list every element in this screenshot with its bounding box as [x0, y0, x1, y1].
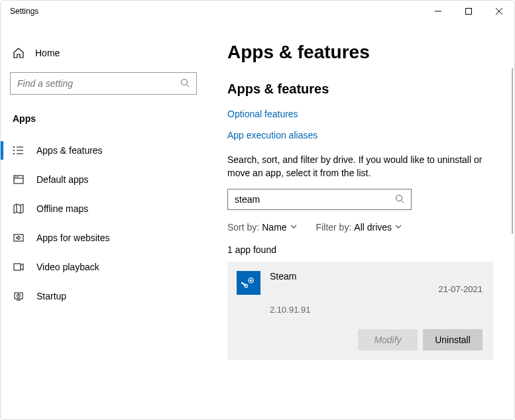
startup-icon: [13, 290, 25, 302]
filter-value: All drives: [354, 222, 392, 233]
section-label: Apps: [1, 107, 206, 131]
list-icon: [13, 144, 25, 156]
svg-rect-19: [14, 264, 21, 270]
chevron-down-icon: [394, 222, 402, 233]
home-label: Home: [35, 48, 60, 58]
svg-point-15: [17, 176, 19, 178]
result-count: 1 app found: [227, 244, 493, 255]
modify-button: Modify: [358, 329, 418, 350]
nav-label: Video playback: [36, 262, 99, 272]
nav-label: Offline maps: [36, 203, 88, 214]
close-button[interactable]: [484, 1, 514, 22]
svg-point-24: [396, 195, 402, 201]
nav-video-playback[interactable]: Video playback: [1, 252, 206, 282]
map-icon: [13, 203, 25, 215]
svg-rect-12: [14, 176, 23, 184]
maximize-button[interactable]: [453, 1, 484, 22]
nav-label: Apps & features: [36, 145, 103, 156]
chevron-down-icon: [290, 222, 298, 233]
svg-line-5: [187, 84, 190, 87]
section-title: Apps & features: [227, 81, 493, 97]
nav-label: Apps for websites: [36, 233, 110, 243]
instruction-text: Search, sort, and filter by drive. If yo…: [227, 154, 486, 180]
app-name: Steam: [270, 271, 296, 282]
filter-by[interactable]: Filter by: All drives: [316, 222, 402, 233]
svg-point-14: [15, 176, 17, 178]
share-icon: [13, 232, 25, 244]
svg-rect-1: [466, 9, 472, 15]
nav-apps-features[interactable]: Apps & features: [1, 136, 206, 165]
optional-features-link[interactable]: Optional features: [227, 109, 493, 119]
nav-label: Startup: [36, 291, 66, 301]
video-icon: [13, 261, 25, 273]
svg-point-28: [250, 280, 252, 282]
search-icon: [180, 78, 190, 89]
app-date: 21-07-2021: [439, 284, 483, 294]
scrollbar[interactable]: [512, 68, 513, 234]
app-execution-aliases-link[interactable]: App execution aliases: [227, 130, 493, 140]
main-panel: Apps & features Apps & features Optional…: [206, 22, 514, 419]
settings-search[interactable]: [10, 72, 197, 95]
sort-value: Name: [262, 222, 286, 233]
steam-icon: [237, 271, 260, 295]
filter-label: Filter by:: [316, 222, 352, 233]
nav-label: Default apps: [36, 174, 89, 185]
sort-by[interactable]: Sort by: Name: [227, 222, 298, 233]
sort-label: Sort by:: [227, 222, 259, 233]
titlebar: Settings: [1, 1, 514, 22]
app-card[interactable]: Steam 21-07-2021 2.10.91.91 Modify Unins…: [227, 262, 493, 360]
home-link[interactable]: Home: [1, 42, 206, 64]
nav-list: Apps & features Default apps Offline map…: [1, 136, 206, 311]
svg-line-25: [402, 200, 404, 203]
app-version: 2.10.91.91: [270, 305, 483, 315]
svg-point-4: [182, 79, 188, 85]
nav-offline-maps[interactable]: Offline maps: [1, 194, 206, 223]
app-search[interactable]: [227, 189, 412, 210]
sidebar: Home Apps Apps & features Default apps: [1, 22, 206, 419]
uninstall-button[interactable]: Uninstall: [423, 329, 483, 350]
page-title: Apps & features: [227, 42, 493, 63]
app-search-input[interactable]: [235, 194, 395, 205]
default-icon: [13, 174, 25, 185]
minimize-button[interactable]: [423, 1, 453, 22]
settings-search-input[interactable]: [17, 78, 180, 89]
window-title: Settings: [10, 7, 38, 16]
nav-default-apps[interactable]: Default apps: [1, 165, 206, 194]
search-icon: [395, 194, 404, 205]
window-controls: [423, 1, 514, 22]
home-icon: [13, 47, 25, 59]
svg-point-26: [242, 276, 255, 289]
nav-startup[interactable]: Startup: [1, 282, 206, 311]
nav-apps-websites[interactable]: Apps for websites: [1, 223, 206, 252]
